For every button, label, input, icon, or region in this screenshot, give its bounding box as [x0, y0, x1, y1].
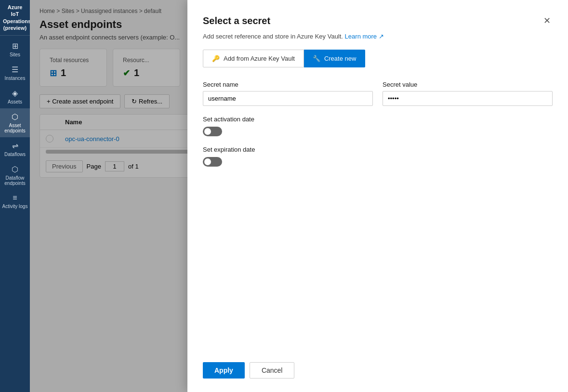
modal-header: Select a secret ✕	[203, 13, 553, 28]
assets-icon: ◈	[12, 89, 18, 98]
vault-icon: 🔑	[212, 55, 220, 62]
sidebar-item-dataflow-endpoints[interactable]: ⬡ Dataflow endpoints	[0, 161, 30, 190]
activation-date-row: Set activation date	[203, 116, 553, 136]
sidebar-item-assets[interactable]: ◈ Assets	[0, 85, 30, 108]
sites-icon: ⊞	[12, 41, 18, 51]
modal-subtitle: Add secret reference and store in Azure …	[203, 33, 553, 40]
expiration-label: Set expiration date	[203, 146, 553, 153]
modal-panel: Select a secret ✕ Add secret reference a…	[187, 0, 568, 392]
dataflow-endpoints-icon: ⬡	[12, 165, 18, 174]
secret-name-input[interactable]	[203, 91, 373, 106]
activity-logs-icon: ≡	[13, 194, 17, 202]
secret-value-group: Secret value	[383, 81, 553, 106]
sidebar-item-label: Assets	[8, 99, 22, 105]
sidebar-item-asset-endpoints[interactable]: ⬡ Asset endpoints	[0, 108, 30, 137]
expiration-toggle[interactable]	[203, 157, 222, 167]
sidebar-item-label: Sites	[10, 52, 20, 57]
cancel-button[interactable]: Cancel	[250, 362, 295, 379]
dataflows-icon: ⇌	[12, 141, 18, 150]
create-new-button[interactable]: 🔧 Create new	[304, 50, 365, 67]
instances-icon: ☰	[12, 65, 18, 74]
activation-toggle-thumb	[204, 128, 211, 135]
modal-title: Select a secret	[203, 15, 270, 26]
add-from-vault-button[interactable]: 🔑 Add from Azure Key Vault	[203, 50, 304, 67]
sidebar-item-sites[interactable]: ⊞ Sites	[0, 38, 30, 61]
sidebar-item-label: Dataflows	[4, 152, 26, 157]
main-content: Home > Sites > Unassigned instances > de…	[30, 0, 568, 392]
asset-endpoints-icon: ⬡	[12, 112, 18, 121]
sidebar-item-label: Activity logs	[2, 204, 28, 209]
learn-more-link[interactable]: Learn more ↗	[345, 33, 384, 40]
activation-label: Set activation date	[203, 116, 553, 123]
sidebar-item-label: Instances	[5, 76, 26, 81]
modal-close-button[interactable]: ✕	[542, 13, 553, 28]
sidebar-item-dataflows[interactable]: ⇌ Dataflows	[0, 137, 30, 161]
sidebar-item-activity-logs[interactable]: ≡ Activity logs	[0, 190, 30, 213]
apply-button[interactable]: Apply	[203, 362, 245, 379]
modal-backdrop: Select a secret ✕ Add secret reference a…	[30, 0, 568, 392]
expiration-toggle-thumb	[204, 158, 211, 165]
action-button-group: 🔑 Add from Azure Key Vault 🔧 Create new	[203, 50, 553, 67]
create-icon: 🔧	[313, 55, 320, 62]
expiration-date-row: Set expiration date	[203, 146, 553, 167]
secret-form-row: Secret name Secret value	[203, 81, 553, 106]
secret-name-group: Secret name	[203, 81, 373, 106]
sidebar-item-label: Asset endpoints	[2, 123, 28, 133]
activation-toggle[interactable]	[203, 127, 222, 136]
sidebar: Azure IoT Operations (preview) ⊞ Sites ☰…	[0, 0, 30, 392]
secret-value-input[interactable]	[383, 91, 553, 106]
modal-footer: Apply Cancel	[203, 353, 553, 379]
sidebar-item-label: Dataflow endpoints	[2, 175, 28, 186]
secret-value-label: Secret value	[383, 81, 553, 88]
app-title: Azure IoT Operations (preview)	[0, 0, 30, 36]
sidebar-item-instances[interactable]: ☰ Instances	[0, 61, 30, 85]
secret-name-label: Secret name	[203, 81, 373, 88]
